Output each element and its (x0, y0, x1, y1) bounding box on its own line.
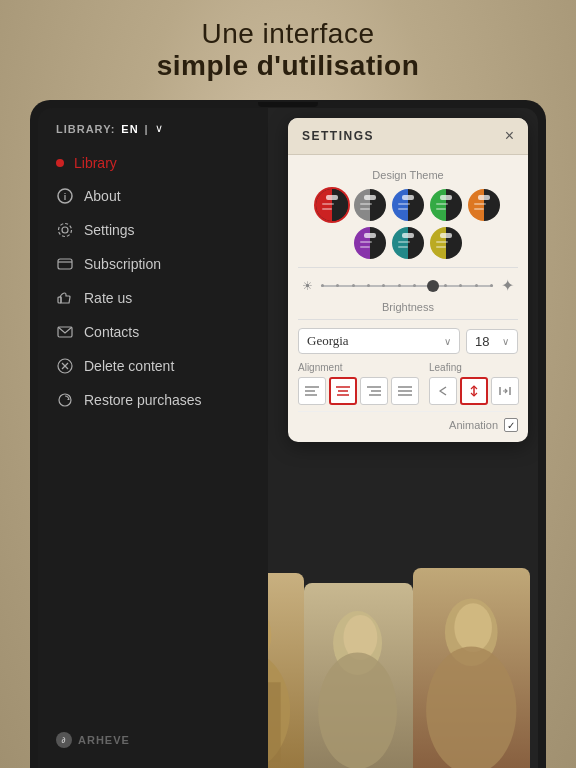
font-size-value: 18 (475, 334, 489, 349)
theme-green-dark[interactable] (430, 189, 462, 221)
svg-rect-4 (58, 259, 72, 269)
active-dot-icon (56, 159, 64, 167)
theme-teal-dark[interactable] (392, 227, 424, 259)
sidebar-item-about[interactable]: i About (38, 179, 268, 213)
library-header: LIBRARY: EN | ∨ (38, 122, 268, 147)
svg-rect-43 (408, 227, 424, 259)
leaf-left-button[interactable] (429, 377, 457, 405)
svg-rect-29 (440, 195, 452, 200)
theme-blue-dark[interactable] (392, 189, 424, 221)
gear-icon (56, 221, 74, 239)
header-line1: Une interface (0, 18, 576, 50)
font-row: Georgia ∨ 18 ∨ (298, 328, 518, 354)
theme-grey-dark[interactable] (354, 189, 386, 221)
brightness-dot (475, 284, 478, 287)
svg-rect-49 (440, 233, 452, 238)
svg-rect-20 (360, 203, 372, 205)
animation-checkbox[interactable]: ✓ (504, 418, 518, 432)
tablet-frame: LIBRARY: EN | ∨ Library i About (30, 100, 546, 768)
align-right-button[interactable] (360, 377, 388, 405)
svg-rect-44 (402, 233, 414, 238)
sidebar-footer: ∂ ARHEVE (56, 732, 130, 748)
brand-logo-icon: ∂ (56, 732, 72, 748)
settings-body: Design Theme (288, 155, 528, 442)
settings-close-button[interactable]: × (505, 128, 514, 144)
svg-rect-21 (360, 208, 370, 210)
animation-label: Animation (449, 419, 498, 431)
checkbox-check-icon: ✓ (507, 420, 515, 431)
alignment-leafing-row: Alignment (298, 362, 518, 405)
sidebar-item-delete-content[interactable]: Delete content (38, 349, 268, 383)
leafing-section: Leafing (429, 362, 519, 405)
settings-header: SETTINGS × (288, 118, 528, 155)
brightness-label: Brightness (298, 301, 518, 313)
header-section: Une interface simple d'utilisation (0, 18, 576, 82)
portrait-3 (304, 583, 412, 768)
svg-rect-46 (398, 246, 408, 248)
svg-rect-33 (484, 189, 500, 221)
svg-rect-51 (436, 246, 446, 248)
brightness-thumb[interactable] (427, 280, 439, 292)
theme-grid (298, 189, 518, 259)
sidebar-item-rate-us[interactable]: Rate us (38, 281, 268, 315)
svg-text:i: i (64, 192, 67, 202)
library-chevron-icon[interactable]: ∨ (155, 122, 163, 135)
sidebar-item-library[interactable]: Library (38, 147, 268, 179)
font-size-select[interactable]: 18 ∨ (466, 329, 518, 354)
sidebar-item-restore-purchases[interactable]: Restore purchases (38, 383, 268, 417)
align-left-button[interactable] (298, 377, 326, 405)
tablet-camera (258, 102, 318, 107)
theme-orange-dark[interactable] (468, 189, 500, 221)
refresh-icon (56, 391, 74, 409)
svg-point-2 (62, 227, 68, 233)
sidebar-label-restore-purchases: Restore purchases (84, 392, 202, 408)
svg-rect-31 (436, 208, 446, 210)
svg-rect-19 (364, 195, 376, 200)
theme-red-dark[interactable] (316, 189, 348, 221)
sidebar-label-library: Library (74, 155, 117, 171)
align-center-button[interactable] (329, 377, 357, 405)
svg-rect-24 (402, 195, 414, 200)
alignment-section: Alignment (298, 362, 419, 405)
portrait-4 (413, 568, 530, 768)
leaf-right-button[interactable] (491, 377, 519, 405)
sidebar-label-contacts: Contacts (84, 324, 139, 340)
sidebar-item-settings[interactable]: Settings (38, 213, 268, 247)
theme-purple-dark[interactable] (354, 227, 386, 259)
x-circle-icon (56, 357, 74, 375)
brightness-dot (336, 284, 339, 287)
brightness-low-icon: ☀ (302, 279, 313, 293)
mail-icon (56, 323, 74, 341)
leaf-center-button[interactable] (460, 377, 488, 405)
svg-point-77 (319, 652, 398, 768)
sidebar-label-about: About (84, 188, 121, 204)
leafing-buttons (429, 377, 519, 405)
thumb-icon (56, 289, 74, 307)
svg-rect-6 (58, 297, 61, 303)
design-theme-label: Design Theme (298, 169, 518, 181)
align-justify-button[interactable] (391, 377, 419, 405)
font-select[interactable]: Georgia ∨ (298, 328, 460, 354)
brightness-track[interactable] (321, 285, 493, 287)
svg-rect-34 (478, 195, 490, 200)
sidebar-item-subscription[interactable]: Subscription (38, 247, 268, 281)
svg-point-80 (426, 646, 516, 768)
brightness-high-icon: ✦ (501, 276, 514, 295)
brightness-dot (367, 284, 370, 287)
svg-rect-16 (322, 208, 332, 210)
sidebar-label-delete-content: Delete content (84, 358, 174, 374)
brand-name: ARHEVE (78, 734, 130, 746)
portrait-4-figure (413, 568, 530, 768)
size-chevron-icon: ∨ (502, 336, 509, 347)
brightness-dot (398, 284, 401, 287)
sidebar-item-contacts[interactable]: Contacts (38, 315, 268, 349)
brightness-dot (490, 284, 493, 287)
svg-rect-25 (398, 203, 410, 205)
font-name: Georgia (307, 333, 349, 349)
theme-gold-dark[interactable] (430, 227, 462, 259)
brightness-dot (352, 284, 355, 287)
svg-rect-18 (370, 189, 386, 221)
svg-rect-23 (408, 189, 424, 221)
svg-rect-26 (398, 208, 408, 210)
library-pipe: | (145, 123, 149, 135)
